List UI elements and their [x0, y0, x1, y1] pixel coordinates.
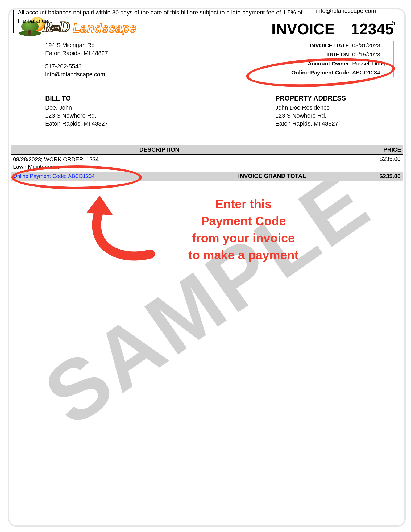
col-description: DESCRIPTION — [11, 145, 308, 155]
item-service: Lawn Maintenance — [13, 163, 306, 171]
callout-line4: to make a payment — [158, 247, 329, 264]
sample-watermark: SAMPLE — [9, 9, 404, 525]
item-work-order: 08/28/2023; WORK ORDER: 1234 — [13, 156, 306, 163]
bill-to-addr1: 123 S Nowhere Rd. — [45, 112, 108, 120]
payment-code-value: ABCD1234 — [68, 173, 95, 179]
company-addr-line1: 194 S Michigan Rd — [45, 41, 108, 49]
payment-code-label-box: Online Payment Code — [263, 69, 352, 76]
payment-code-label: Online Payment Code: — [13, 173, 67, 179]
callout-text: Enter this Payment Code from your invoic… — [158, 196, 329, 264]
invoice-date-value: 08/31/2023 — [352, 42, 393, 49]
callout-line1: Enter this — [158, 196, 329, 213]
property-addr1: 123 S Nowhere Rd. — [275, 112, 346, 120]
grand-total-value: $235.00 — [308, 172, 403, 181]
bill-to-addr2: Eaton Rapids, MI 48827 — [45, 120, 108, 128]
item-price: $235.00 — [308, 155, 403, 172]
company-addr-line2: Eaton Rapids, MI 48827 — [45, 49, 108, 57]
bill-to-heading: BILL TO — [45, 94, 108, 102]
company-phone: 517-202-5543 — [45, 63, 108, 70]
footer-company-contact: 194 S Michigan Rd Eaton Rapids, MI 48827… — [316, 8, 396, 29]
payment-code-row: Online Payment Code: ABCD1234 — [11, 172, 138, 180]
property-addr2: Eaton Rapids, MI 48827 — [275, 120, 346, 128]
property-name: John Doe Residence — [275, 104, 346, 112]
property-address-block: PROPERTY ADDRESS John Doe Residence 123 … — [275, 94, 346, 128]
due-on-value: 09/15/2023 — [352, 51, 393, 58]
payment-code-value-box: ABCD1234 — [352, 69, 393, 76]
callout-line2: Payment Code — [158, 213, 329, 230]
page-number: 1/1 — [316, 20, 396, 27]
company-email: info@rdlandscape.com — [45, 70, 108, 78]
bill-to-block: BILL TO Doe, John 123 S Nowhere Rd. Eato… — [45, 94, 108, 128]
account-owner-value: Russell Doug — [352, 60, 393, 67]
line-items-table: DESCRIPTION PRICE 08/28/2023; WORK ORDER… — [11, 145, 403, 181]
due-on-label: DUE ON — [263, 51, 352, 58]
callout-arrow-icon — [70, 193, 156, 262]
invoice-date-label: INVOICE DATE — [263, 42, 352, 49]
footer-email: info@rdlandscape.com — [316, 8, 396, 15]
company-address: 194 S Michigan Rd Eaton Rapids, MI 48827… — [45, 41, 108, 78]
account-owner-label: Account Owner — [263, 60, 352, 67]
callout-line3: from your invoice — [158, 230, 329, 247]
col-price: PRICE — [308, 145, 403, 155]
pay-online-box: PAY ONLINE Pay by Credit Card or ACH: ht… — [13, 8, 400, 33]
grand-total-label: INVOICE GRAND TOTAL — [138, 172, 308, 180]
pay-disclaimer-2: All account balances not paid within 30 … — [18, 8, 305, 25]
bill-to-name: Doe, John — [45, 104, 108, 112]
invoice-info-box: INVOICE DATE 08/31/2023 DUE ON 09/15/202… — [263, 41, 394, 77]
property-heading: PROPERTY ADDRESS — [275, 94, 346, 102]
item-description-cell: 08/28/2023; WORK ORDER: 1234 Lawn Mainte… — [11, 155, 308, 172]
